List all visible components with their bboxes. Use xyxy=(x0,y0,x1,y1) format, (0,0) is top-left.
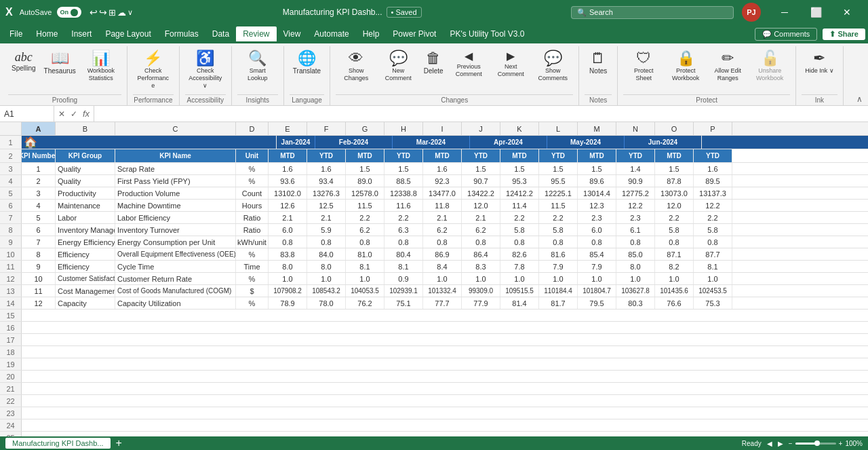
protect-workbook-button[interactable]: 🔒 Protect Workbook xyxy=(665,49,706,90)
new-comment-button[interactable]: 💬 New Comment xyxy=(378,49,418,90)
cancel-formula-icon[interactable]: ✕ xyxy=(57,109,66,119)
data-cell-E1[interactable]: Jan-2024 xyxy=(277,136,315,149)
cell-M2[interactable]: YTD xyxy=(539,149,578,162)
comments-button[interactable]: 💬 Comments xyxy=(755,28,817,41)
menu-automate[interactable]: Automate xyxy=(307,26,355,41)
search-box[interactable]: 🔍 Search xyxy=(571,6,734,19)
col-header-N[interactable]: N xyxy=(616,122,655,135)
protect-sheet-button[interactable]: 🛡 Protect Sheet xyxy=(623,49,664,90)
cell-C2[interactable]: KPI Group xyxy=(56,149,115,162)
redo-button[interactable]: ↪ xyxy=(99,7,107,18)
delete-button[interactable]: 🗑 Delete xyxy=(420,49,447,90)
menu-file[interactable]: File xyxy=(3,26,29,41)
insert-function-icon[interactable]: fx xyxy=(81,109,91,119)
cell-E2[interactable]: Unit xyxy=(236,149,269,162)
col-header-I[interactable]: I xyxy=(423,122,462,135)
menu-page-layout[interactable]: Page Layout xyxy=(98,26,157,41)
menu-view[interactable]: View xyxy=(277,26,308,41)
col-header-C[interactable]: C xyxy=(115,122,236,135)
allow-edit-ranges-button[interactable]: ✏ Allow Edit Ranges xyxy=(707,49,748,90)
col-header-E[interactable]: E xyxy=(269,122,307,135)
col-header-K[interactable]: K xyxy=(500,122,539,135)
cell-G2[interactable]: YTD xyxy=(307,149,346,162)
cell-P2[interactable]: MTD xyxy=(655,149,694,162)
notes-button[interactable]: 🗒 Notes xyxy=(585,49,612,90)
cell-J2[interactable]: MTD xyxy=(423,149,462,162)
cell-N2[interactable]: MTD xyxy=(578,149,616,162)
col-header-B[interactable]: B xyxy=(56,122,115,135)
col-header-P[interactable]: P xyxy=(694,122,732,135)
toolbar-undo-redo: ↩ ↪ ⊞ ☁ ∨ xyxy=(90,7,133,18)
menu-help[interactable]: Help xyxy=(356,26,387,41)
menu-power-pivot[interactable]: Power Pivot xyxy=(386,26,443,41)
menu-insert[interactable]: Insert xyxy=(64,26,98,41)
col-header-H[interactable]: H xyxy=(384,122,423,135)
data-cell-I1[interactable]: Mar-2024 xyxy=(393,136,470,149)
menu-review[interactable]: Review xyxy=(236,26,276,41)
menu-pk-utility[interactable]: PK's Utility Tool V3.0 xyxy=(443,26,531,41)
menu-formulas[interactable]: Formulas xyxy=(158,26,205,41)
data-cell-K1[interactable]: Apr-2024 xyxy=(470,136,547,149)
col-header-G[interactable]: G xyxy=(346,122,384,135)
next-comment-button[interactable]: ▶ Next Comment xyxy=(490,49,531,90)
col-header-O[interactable]: O xyxy=(655,122,694,135)
data-cell-O1[interactable]: Jun-2024 xyxy=(625,136,702,149)
cell-reference-box[interactable]: A1 xyxy=(0,106,54,121)
zoom-slider[interactable]: − + 100% xyxy=(789,440,863,447)
smart-lookup-button[interactable]: 🔍 Smart Lookup xyxy=(237,49,278,90)
minimize-button[interactable]: ─ xyxy=(769,0,800,24)
sheet-tab[interactable]: Manufacturing KPI Dashb... xyxy=(5,438,111,449)
close-button[interactable]: ✕ xyxy=(831,0,863,24)
cell-H2[interactable]: MTD xyxy=(346,149,384,162)
col-header-A[interactable]: A xyxy=(22,122,56,135)
col-header-M[interactable]: M xyxy=(578,122,616,135)
undo-button[interactable]: ↩ xyxy=(90,7,98,18)
show-changes-button[interactable]: 👁 Show Changes xyxy=(336,49,376,90)
autosave-toggle[interactable]: On xyxy=(57,7,81,18)
cell-Q2[interactable]: YTD xyxy=(694,149,732,162)
workbook-statistics-button[interactable]: 📊 Workbook Statistics xyxy=(81,49,121,90)
hide-ink-button[interactable]: ✒ Hide Ink ∨ xyxy=(802,49,837,90)
ribbon-group-performance: ⚡ Check Performance Performance xyxy=(127,46,180,105)
grid-button[interactable]: ⊞ xyxy=(108,7,116,18)
confirm-formula-icon[interactable]: ✓ xyxy=(69,109,79,119)
col-header-J[interactable]: J xyxy=(462,122,500,135)
menu-data[interactable]: Data xyxy=(205,26,236,41)
cell-L2[interactable]: MTD xyxy=(500,149,539,162)
scroll-right-button[interactable]: ▶ xyxy=(778,440,783,447)
menu-home[interactable]: Home xyxy=(29,26,64,41)
zoom-level: 100% xyxy=(845,440,863,447)
spelling-button[interactable]: abc Spelling xyxy=(8,49,39,90)
cell-F2[interactable]: MTD xyxy=(269,149,307,162)
col-header-L[interactable]: L xyxy=(539,122,578,135)
cell-B2[interactable]: KPI Number xyxy=(22,149,56,162)
table-row: 20 xyxy=(0,371,868,383)
ribbon-collapse-button[interactable]: ∧ xyxy=(854,93,865,105)
maximize-button[interactable]: ⬜ xyxy=(800,0,831,24)
col-header-F[interactable]: F xyxy=(307,122,346,135)
cell-D2[interactable]: KPI Name xyxy=(115,149,236,162)
cell-K2[interactable]: YTD xyxy=(462,149,500,162)
check-performance-button[interactable]: ⚡ Check Performance xyxy=(133,49,174,90)
previous-comment-button[interactable]: ◀ Previous Comment xyxy=(448,49,489,90)
show-comments-button[interactable]: 💬 Show Comments xyxy=(532,49,573,90)
translate-button[interactable]: 🌐 Translate xyxy=(290,49,324,90)
table-row: 25 xyxy=(0,432,868,436)
data-cell-A1[interactable]: 🏠 xyxy=(22,136,277,149)
cell-O2[interactable]: YTD xyxy=(616,149,655,162)
scroll-left-button[interactable]: ◀ xyxy=(767,440,772,447)
share-button[interactable]: ⬆ Share xyxy=(823,29,865,40)
more-button[interactable]: ☁ xyxy=(117,7,126,18)
table-row: 9 7 Energy Efficiency Energy Consumption… xyxy=(0,236,868,248)
col-header-D[interactable]: D xyxy=(236,122,269,135)
add-sheet-button[interactable]: + xyxy=(116,437,122,449)
check-accessibility-button[interactable]: ♿ Check Accessibility ∨ xyxy=(185,49,226,90)
formula-input[interactable] xyxy=(94,106,868,121)
thesaurus-button[interactable]: 📖 Thesaurus xyxy=(41,49,79,90)
data-cell-G1[interactable]: Feb-2024 xyxy=(315,136,393,149)
customize-button[interactable]: ∨ xyxy=(127,8,133,17)
data-cell-M1[interactable]: May-2024 xyxy=(547,136,625,149)
unshare-workbook-button[interactable]: 🔓 Unshare Workbook xyxy=(749,49,790,90)
cell-I2[interactable]: YTD xyxy=(384,149,423,162)
table-row: 4 2 Quality First Pass Yield (FPY) % 93.… xyxy=(0,175,868,187)
